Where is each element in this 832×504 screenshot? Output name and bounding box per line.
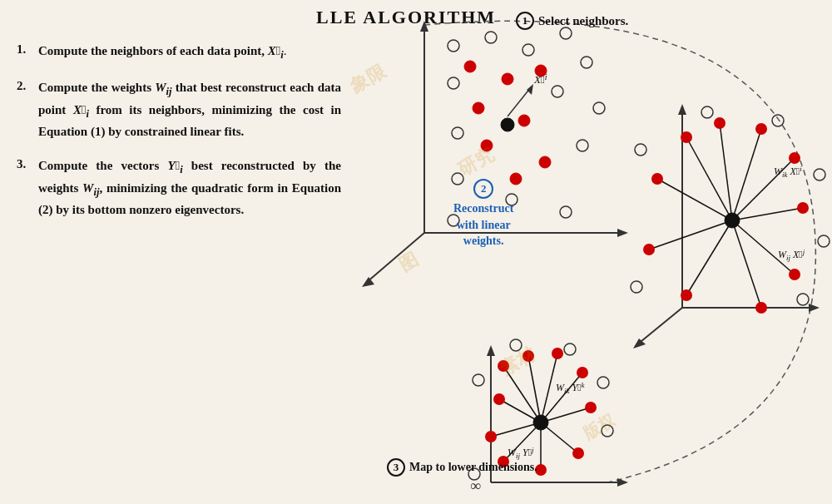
svg-point-54 [789,269,800,280]
step-3: 3. Compute the vectors Y⃗i best reconstr… [17,156,341,220]
svg-line-79 [541,422,578,453]
svg-point-26 [539,156,551,168]
svg-point-96 [597,377,609,388]
svg-point-92 [485,431,497,442]
svg-point-57 [643,244,655,255]
step-3-text: Compute the vectors Y⃗i best reconstruct… [38,156,341,220]
step3-label: 3 Map to lower dimensions. [387,458,537,477]
svg-text:Wik X⃗i: Wik X⃗i [774,165,802,179]
step-3-number: 3. [17,157,33,171]
svg-point-60 [772,115,784,126]
svg-point-20 [464,61,476,72]
page-container: LLE ALGORITHM 1. Compute the neighbors o… [0,0,832,504]
step1-circle: 1 [516,12,534,30]
svg-point-53 [797,202,809,214]
svg-marker-1 [420,21,428,32]
svg-marker-71 [487,345,495,356]
svg-line-40 [720,123,732,220]
step-2-number: 2. [17,79,33,93]
svg-point-13 [593,102,605,114]
svg-point-56 [681,289,692,301]
svg-point-51 [755,123,767,135]
svg-point-12 [552,86,563,97]
svg-text:X⃗i: X⃗i [533,72,547,86]
svg-point-86 [552,348,563,359]
step3-text: Map to lower dimensions. [409,461,537,474]
svg-point-95 [564,343,576,355]
svg-point-52 [789,152,800,164]
svg-point-6 [448,40,459,52]
svg-point-23 [473,102,484,114]
step3-circle: 3 [387,458,405,477]
left-panel: 1. Compute the neighbors of each data po… [17,42,341,235]
svg-marker-33 [678,104,686,115]
svg-point-14 [452,127,463,139]
svg-line-83 [499,399,541,422]
svg-point-58 [651,173,663,185]
step2-text: Reconstruct with linear weights. [453,200,513,250]
svg-point-61 [814,169,825,180]
svg-point-8 [522,44,534,56]
svg-point-59 [701,106,713,118]
svg-point-18 [560,206,572,218]
step-1-text: Compute the neighbors of each data point… [38,42,287,63]
svg-point-28 [501,118,514,131]
svg-line-46 [686,220,732,295]
diagram-area: X⃗i [324,0,832,504]
svg-line-47 [649,220,732,250]
step-1: 1. Compute the neighbors of each data po… [17,42,341,63]
svg-text:Wij X⃗j: Wij X⃗j [778,248,805,262]
svg-point-7 [485,32,497,43]
svg-point-94 [510,339,522,351]
svg-line-29 [508,87,531,116]
svg-line-4 [366,233,424,283]
svg-marker-30 [527,84,533,95]
svg-line-36 [636,308,682,345]
svg-point-64 [635,144,646,156]
svg-text:Wik Y⃗k: Wik Y⃗k [556,381,586,395]
svg-point-11 [448,77,459,89]
svg-point-21 [502,73,513,85]
svg-point-87 [577,367,588,378]
svg-point-50 [714,117,726,129]
svg-marker-35 [809,304,820,312]
svg-point-24 [518,115,530,126]
svg-line-78 [541,408,591,422]
svg-point-65 [631,281,642,293]
step-2: 2. Compute the weights Wij that best rec… [17,78,341,141]
svg-point-89 [572,447,584,459]
svg-marker-69 [617,478,628,487]
step2-circle: 2 [473,179,493,199]
step-2-text: Compute the weights Wij that best recons… [38,78,341,141]
step2-label: 2 Reconstruct with linear weights. [453,179,513,250]
svg-point-93 [493,393,505,405]
svg-point-25 [481,140,493,151]
svg-point-85 [522,350,534,362]
step1-text: Select neighbors. [538,14,628,28]
svg-point-98 [473,374,484,386]
svg-marker-3 [617,229,628,237]
svg-point-10 [581,57,592,68]
svg-point-97 [602,425,613,437]
svg-point-15 [577,140,588,151]
step-1-number: 1. [17,42,33,57]
svg-point-63 [797,294,809,305]
svg-marker-5 [362,277,374,287]
svg-point-55 [755,302,767,314]
svg-point-88 [585,402,597,413]
svg-point-84 [498,360,509,372]
step1-label: 1 Select neighbors. [516,12,628,30]
svg-point-62 [818,235,830,247]
svg-point-49 [681,131,692,143]
